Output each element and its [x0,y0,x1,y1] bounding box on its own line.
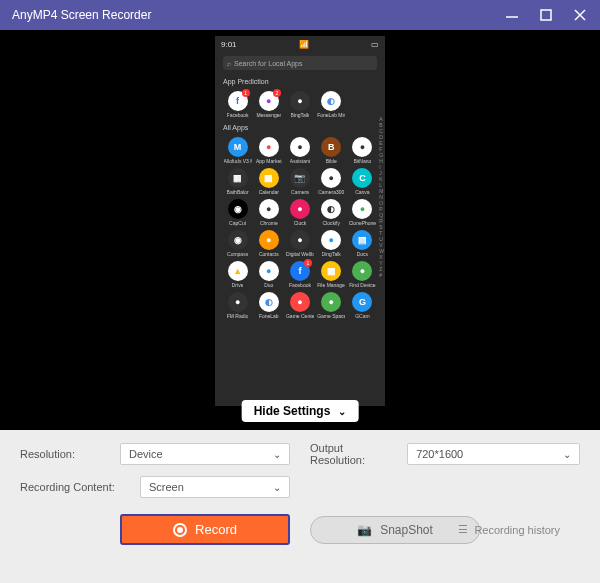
app-title: AnyMP4 Screen Recorder [12,8,504,22]
app-item[interactable]: ●Assistant [285,137,314,164]
app-icon: ● [259,230,279,250]
history-link[interactable]: ☰ Recording history [458,523,560,536]
app-item[interactable]: ◉CapCut [223,199,252,226]
app-icon: ● [259,261,279,281]
close-icon[interactable] [572,7,588,23]
app-icon: ● [321,230,341,250]
app-label: Camera [291,189,309,195]
app-item[interactable]: ●BingTalk [285,91,314,118]
app-item[interactable]: f1Facebook [223,91,252,118]
app-icon: B [321,137,341,157]
app-label: Canva [355,189,369,195]
app-item[interactable]: BBible [317,137,346,164]
snapshot-label: SnapShot [380,523,433,537]
list-icon: ☰ [458,523,468,536]
app-item[interactable]: ●Clock [285,199,314,226]
alpha-index[interactable]: ABCDEFGHIJKLMNOPQRSTUVWXYZ# [379,116,384,278]
app-item[interactable]: ●Contacts [254,230,283,257]
app-item[interactable]: ●Chrome [254,199,283,226]
app-item[interactable]: ◐FoneLab [254,292,283,319]
section-prediction: App Prediction [215,74,385,89]
app-item[interactable]: f1Facebook [285,261,314,288]
app-item[interactable]: 📷Camera [285,168,314,195]
app-icon: ● [352,137,372,157]
app-item[interactable]: GGCam [348,292,377,319]
notification-badge: 1 [242,89,250,97]
app-item[interactable]: ●Find Device [348,261,377,288]
app-item[interactable]: ◐FoneLab Mirror [317,91,346,118]
app-icon: ▤ [352,230,372,250]
app-item[interactable]: ●Game Space [317,292,346,319]
app-icon: ● [321,168,341,188]
app-icon: ● [290,91,310,111]
content-select[interactable]: Screen ⌄ [140,476,290,498]
app-item[interactable]: CCanva [348,168,377,195]
app-item[interactable]: ●Duo [254,261,283,288]
content-label: Recording Content: [20,481,130,493]
app-label: DingTalk [322,251,341,257]
snapshot-button[interactable]: 📷 SnapShot [310,516,480,544]
app-icon: ● [290,137,310,157]
app-item[interactable]: ●FM Radio [223,292,252,319]
alpha-letter[interactable]: # [379,272,384,278]
app-icon: ▦ [259,168,279,188]
app-icon: ● [290,230,310,250]
app-item[interactable]: ▦File Manager [317,261,346,288]
app-icon: ● [290,292,310,312]
search-placeholder: Search for Local Apps [234,60,303,67]
app-item[interactable]: ●2Messenger [254,91,283,118]
app-item[interactable]: ●Camera300 [317,168,346,195]
app-item[interactable]: ▦Calendar [254,168,283,195]
app-item[interactable]: ●ClonePhone [348,199,377,226]
app-label: ClonePhone [349,220,377,226]
app-label: File Manager [317,282,345,288]
section-allapps: All Apps [215,120,385,135]
app-item[interactable]: ●App Market [254,137,283,164]
app-label: Calendar [259,189,279,195]
wifi-icon: 📶 [299,40,309,49]
app-item[interactable]: MAllofuds V3 Mobile Pay [223,137,252,164]
app-item[interactable]: ●Digital Wellbeing [285,230,314,257]
app-icon: ● [259,137,279,157]
hide-settings-button[interactable]: Hide Settings ⌄ [242,400,359,422]
app-item[interactable]: ●BitNano [348,137,377,164]
app-icon: ● [290,199,310,219]
app-item[interactable]: ●Game Center [285,292,314,319]
titlebar: AnyMP4 Screen Recorder [0,0,600,30]
phone-screen: 9:01 📶 ▭ ⌕ Search for Local Apps App Pre… [215,36,385,406]
resolution-select[interactable]: Device ⌄ [120,443,290,465]
history-label: Recording history [474,524,560,536]
chevron-down-icon: ⌄ [273,482,281,493]
output-res-label: Output Resolution: [310,442,397,466]
minimize-icon[interactable] [504,7,520,23]
prediction-grid: f1Facebook●2Messenger●BingTalk◐FoneLab M… [215,89,385,120]
app-label: Chrome [260,220,278,226]
phone-search[interactable]: ⌕ Search for Local Apps [223,56,377,70]
app-item[interactable]: ●DingTalk [317,230,346,257]
app-item[interactable]: ▦BathBalor [223,168,252,195]
app-item[interactable]: ▤Docs [348,230,377,257]
app-label: Facebook [227,112,249,118]
chevron-down-icon: ⌄ [338,406,346,417]
app-icon: 📷 [290,168,310,188]
app-label: Game Space [317,313,345,319]
notification-badge: 1 [304,259,312,267]
record-label: Record [195,522,237,537]
app-icon: ◐ [321,199,341,219]
battery-icon: ▭ [371,40,379,49]
app-icon: ▦ [321,261,341,281]
app-icon: ● [321,292,341,312]
app-item[interactable]: ◉Compass [223,230,252,257]
app-label: BathBalor [227,189,249,195]
resolution-label: Resolution: [20,448,110,460]
app-icon: ◐ [259,292,279,312]
app-icon: ▦ [228,168,248,188]
app-icon: ◉ [228,230,248,250]
maximize-icon[interactable] [538,7,554,23]
app-label: FM Radio [227,313,249,319]
app-item[interactable]: ◐Clockify [317,199,346,226]
app-item[interactable]: ▲Drive [223,261,252,288]
record-button[interactable]: Record [120,514,290,545]
app-label: BitNano [354,158,372,164]
output-res-select[interactable]: 720*1600 ⌄ [407,443,580,465]
